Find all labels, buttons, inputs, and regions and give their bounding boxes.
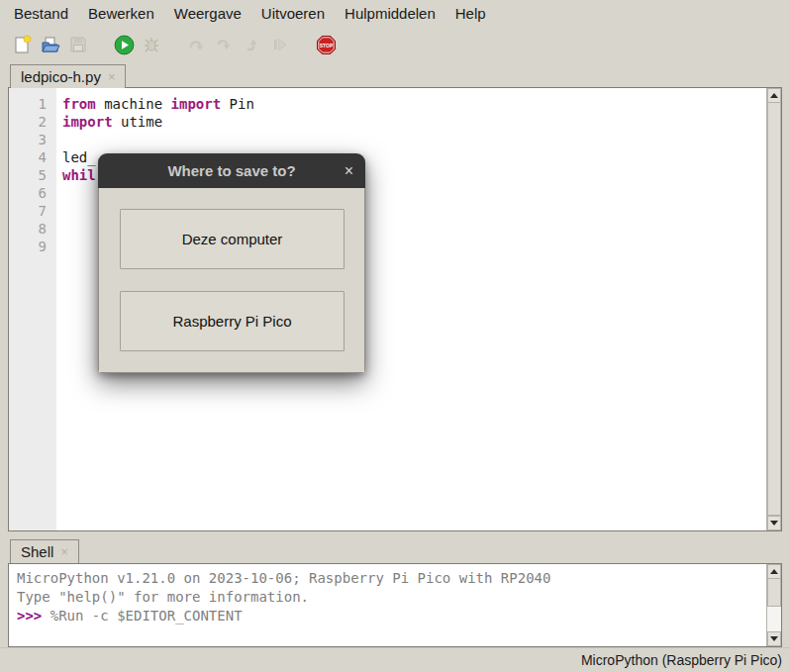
resume-icon (270, 35, 290, 54)
step-over-icon (187, 35, 207, 54)
open-file-button[interactable] (40, 33, 61, 56)
debug-icon (142, 35, 161, 54)
stop-icon: STOP (316, 35, 337, 55)
tab-label: ledpico-h.py (21, 68, 101, 85)
panel-splitter[interactable] (0, 531, 790, 539)
save-to-computer-button[interactable]: Deze computer (120, 209, 345, 269)
line-number: 5 (9, 166, 56, 184)
menu-item-hulpmiddelen[interactable]: Hulpmiddelen (335, 2, 445, 25)
step-into-icon (215, 35, 235, 54)
new-file-button[interactable] (12, 33, 34, 56)
step-over-button[interactable] (186, 33, 208, 56)
tab-close-icon[interactable]: × (108, 70, 116, 83)
scrollbar-thumb[interactable] (767, 103, 781, 516)
tab-label: Shell (21, 543, 53, 560)
tab-close-icon[interactable]: × (60, 545, 68, 558)
open-file-icon (41, 35, 60, 54)
shell-panel: MicroPython v1.21.0 on 2023-10-06; Raspb… (8, 563, 782, 647)
menu-bar: BestandBewerkenWeergaveUitvoerenHulpmidd… (0, 0, 790, 27)
menu-item-bestand[interactable]: Bestand (4, 2, 78, 25)
resume-button[interactable] (269, 33, 291, 56)
arrow-down-icon (770, 636, 778, 641)
arrow-up-icon (770, 569, 778, 574)
tab-shell[interactable]: Shell × (10, 539, 79, 563)
code-line: import utime (62, 113, 766, 131)
tab-ledpico-h-py[interactable]: ledpico-h.py × (10, 64, 126, 88)
line-number: 7 (9, 202, 56, 220)
status-bar: MicroPython (Raspberry Pi Pico) (0, 647, 790, 672)
menu-item-weergave[interactable]: Weergave (164, 2, 251, 25)
line-number: 3 (9, 131, 56, 148)
interpreter-selector[interactable]: MicroPython (Raspberry Pi Pico) (581, 652, 782, 668)
shell-line: MicroPython v1.21.0 on 2023-10-06; Raspb… (17, 570, 550, 586)
scroll-up-button[interactable] (767, 88, 781, 103)
line-number-gutter: 123456789 (9, 88, 56, 530)
shell-line: Type "help()" for more information. (17, 589, 309, 605)
code-line: from machine import Pin (62, 95, 766, 113)
dialog-body: Deze computer Raspberry Pi Pico (98, 188, 365, 373)
dialog-title: Where to save to? (167, 162, 295, 179)
step-out-icon (243, 35, 262, 54)
scrollbar-track[interactable] (767, 607, 781, 631)
arrow-up-icon (770, 93, 778, 98)
save-target-dialog: Where to save to? × Deze computer Raspbe… (98, 153, 365, 373)
shell-prompt: >>> (17, 608, 50, 624)
step-into-button[interactable] (214, 33, 236, 56)
dialog-titlebar[interactable]: Where to save to? × (98, 153, 365, 188)
shell-command: %Run -c $EDITOR_CONTENT (50, 608, 243, 624)
save-icon (68, 35, 88, 54)
new-file-icon (13, 35, 33, 54)
stop-button[interactable]: STOP (315, 33, 337, 56)
line-number: 1 (9, 95, 56, 113)
menu-item-bewerken[interactable]: Bewerken (78, 2, 164, 25)
shell-output[interactable]: MicroPython v1.21.0 on 2023-10-06; Raspb… (9, 564, 766, 646)
thonny-window: BestandBewerkenWeergaveUitvoerenHulpmidd… (0, 0, 790, 672)
step-out-button[interactable] (242, 33, 263, 56)
code-line (62, 131, 766, 148)
menu-item-uitvoeren[interactable]: Uitvoeren (251, 2, 335, 25)
scroll-up-button[interactable] (767, 564, 781, 579)
debug-button[interactable] (141, 33, 162, 56)
line-number: 9 (9, 238, 56, 255)
dialog-close-icon[interactable]: × (345, 153, 353, 188)
shell-scrollbar[interactable] (766, 564, 781, 646)
scrollbar-thumb[interactable] (767, 579, 781, 607)
scroll-down-button[interactable] (767, 516, 781, 530)
scroll-down-button[interactable] (767, 631, 781, 646)
line-number: 4 (9, 148, 56, 166)
save-to-pico-button[interactable]: Raspberry Pi Pico (120, 291, 345, 351)
save-button[interactable] (67, 33, 89, 56)
toolbar: STOP (0, 28, 790, 61)
line-number: 6 (9, 184, 56, 202)
menu-item-help[interactable]: Help (445, 2, 496, 25)
svg-text:STOP: STOP (319, 42, 333, 48)
line-number: 2 (9, 113, 56, 131)
run-button[interactable] (113, 33, 135, 56)
line-number: 8 (9, 220, 56, 238)
editor-scrollbar[interactable] (766, 88, 781, 530)
run-icon (114, 35, 135, 55)
arrow-down-icon (770, 521, 778, 526)
